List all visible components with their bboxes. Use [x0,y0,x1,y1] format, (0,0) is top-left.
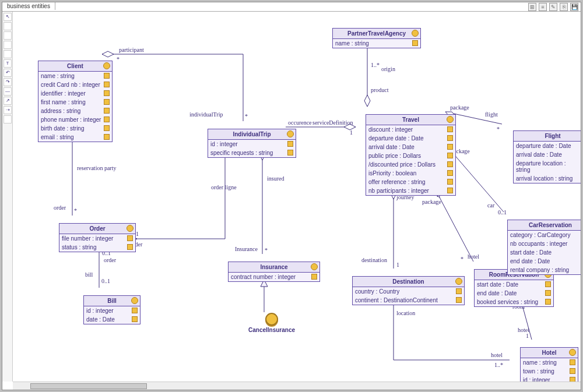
attribute[interactable]: discount : integer [366,125,455,134]
attr-icon [127,235,133,241]
attribute[interactable]: arrival date : Date [514,150,581,159]
attribute[interactable]: /discounted price : Dollars [366,160,455,169]
package-tool-icon[interactable] [3,115,12,123]
entity-tool-icon[interactable] [3,31,12,40]
class-title: Insurance [229,262,319,273]
attribute[interactable]: arrival date : Date [366,143,455,151]
attribute[interactable]: arrival location : string [514,174,581,183]
svg-text:*: * [245,113,248,119]
table2-tool-icon[interactable] [3,50,12,58]
diagram-canvas[interactable]: participant * * individualTrip occurence… [13,12,581,382]
toolbar-left: ↖ T ↶ ↷ — ↗ ⇢ [2,12,13,382]
class-insurance[interactable]: Insurancecontract number : integer [228,262,320,282]
attribute[interactable]: file number : integer [59,234,135,243]
svg-text:individualTrip: individualTrip [189,111,223,118]
class-flight[interactable]: Flightdeparture date : Datearrival date … [513,130,581,183]
attr-text: name : string [41,73,75,79]
class-client[interactable]: Clientname : stringcredit Card nb : inte… [38,61,113,142]
attribute[interactable]: country : Country [353,287,464,296]
attr-text: category : CarCategory [510,232,570,238]
attribute[interactable]: departure date : Date [366,134,455,143]
outline-icon[interactable]: ≡ [539,3,547,11]
gen-tool-icon[interactable]: ↗ [3,97,12,105]
class-icon [569,349,576,356]
svg-text:1: 1 [396,262,399,268]
attribute[interactable]: category : CarCategory [508,231,581,239]
attribute[interactable]: credit Card nb : integer [38,80,112,89]
attribute[interactable]: departure location : string [514,159,581,174]
attribute[interactable]: address : string [38,107,112,115]
attribute[interactable]: email : string [38,133,112,142]
node-cancelinsurance[interactable]: CancelInsurance [248,313,295,333]
attr-list: id : integerdate : Date [84,306,140,324]
attr-text: name : string [335,40,369,47]
attribute[interactable]: booked services : string [475,298,553,306]
attribute[interactable]: end date : Date [508,257,581,266]
save-icon[interactable]: 💾 [570,3,578,11]
attribute[interactable]: nb occupants : integer [508,239,581,248]
attribute[interactable]: name : string [521,358,578,367]
svg-text:1: 1 [136,231,139,237]
attribute[interactable]: birth date : string [38,124,112,133]
class-travel[interactable]: Traveldiscount : integerdeparture date :… [366,114,456,196]
attribute[interactable]: id : integer [84,306,140,315]
attribute[interactable]: id : integer [521,376,578,382]
attr-text: identifier : integer [41,90,86,97]
svg-marker-14 [364,95,370,107]
attribute[interactable]: contract number : integer [229,273,319,281]
class-title: Hotel [521,348,578,358]
attr-text: contract number : integer [231,274,296,280]
attribute[interactable]: departure date : Date [514,142,581,150]
class-order[interactable]: Orderfile number : integerstatus : strin… [59,223,136,252]
class-individualtrip[interactable]: IndividualTripid : integerspecific reque… [208,129,296,158]
attribute[interactable]: status : string [59,243,135,252]
svg-text:product: product [371,87,389,93]
attribute[interactable]: identifier : integer [38,89,112,98]
svg-text:1: 1 [526,333,529,339]
dep-tool-icon[interactable]: ⇢ [3,106,12,114]
svg-text:reservation party: reservation party [77,165,116,171]
attribute[interactable]: isPriority : boolean [366,169,455,178]
attribute[interactable]: phone number : integer [38,115,112,124]
attribute[interactable]: first name : string [38,98,112,107]
attribute[interactable]: public price : Dollars [366,151,455,160]
attribute[interactable]: start date : Date [508,248,581,257]
note-tool-icon[interactable]: T [3,59,12,68]
class-title: Flight [514,131,581,142]
attribute[interactable]: specific requests : string [208,149,296,157]
table-tool-icon[interactable] [3,41,12,49]
attribute[interactable]: town : string [521,367,578,376]
attribute[interactable]: date : Date [84,315,140,324]
copy-icon[interactable]: ⎘ [560,3,568,11]
class-partnertravelagency[interactable]: PartnerTravelAgencyname : string [332,28,421,48]
zoom-fit-icon[interactable]: ⊞ [528,3,536,11]
attr-text: country : Country [355,288,399,295]
attribute[interactable]: rental company : string [508,266,581,274]
h-scrollbar[interactable] [13,382,581,390]
class-hotel[interactable]: Hotelname : stringtown : stringid : inte… [520,347,578,382]
assoc-tool-icon[interactable]: — [3,87,12,96]
attr-icon [412,40,418,46]
class-bill[interactable]: Billid : integerdate : Date [83,295,141,324]
attribute[interactable]: start date : Date [475,280,553,289]
scrollbar-thumb[interactable] [30,383,147,389]
filter-icon[interactable]: ✎ [549,3,557,11]
attribute[interactable]: offer reference : string [366,178,455,186]
class-icon [412,30,419,37]
attribute[interactable]: id : integer [208,140,296,149]
redo-icon[interactable]: ↷ [3,78,12,86]
class-title: IndividualTrip [208,129,296,140]
undo-icon[interactable]: ↶ [3,69,12,77]
class-carreservation[interactable]: CarReservationcategory : CarCategorynb o… [507,220,581,275]
attribute[interactable]: end date : Date [475,289,553,298]
attribute[interactable]: name : string [333,39,420,48]
pointer-icon[interactable]: ↖ [3,13,12,21]
class-tool-icon[interactable] [3,22,12,30]
attr-icon [447,153,453,158]
attribute[interactable]: nb participants : integer [366,186,455,195]
attribute[interactable]: name : string [38,72,112,80]
attr-text: phone number : integer [41,116,101,123]
tab-business-entities[interactable]: business entities [2,2,55,10]
class-destination[interactable]: Destinationcountry : Countrycontinent : … [352,276,465,305]
attribute[interactable]: continent : DestinationContinent [353,296,464,305]
